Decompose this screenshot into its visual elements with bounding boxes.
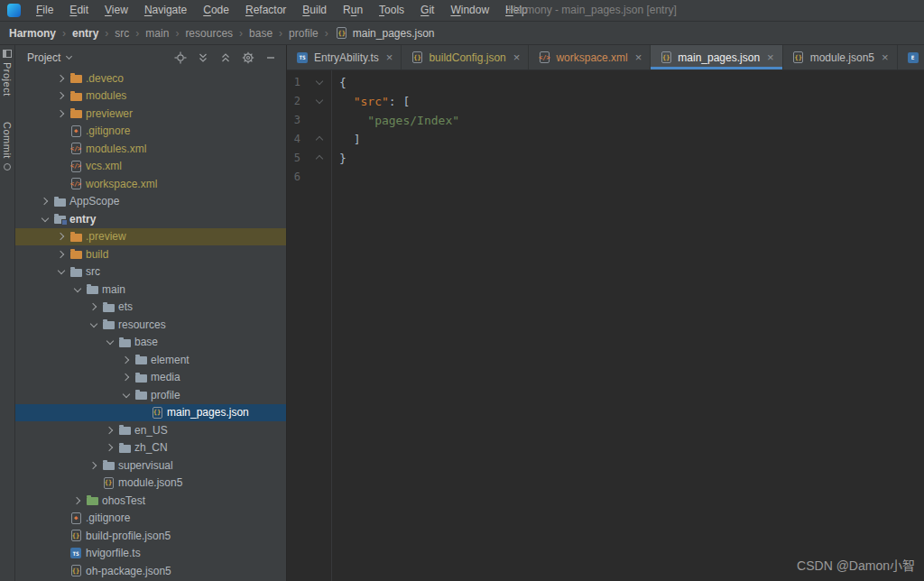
settings-gear-icon[interactable] <box>242 51 254 64</box>
chevron-right-icon[interactable] <box>87 304 101 309</box>
breadcrumb-item-resources[interactable]: resources <box>185 27 233 40</box>
tab-ind[interactable]: EInd <box>898 45 924 69</box>
chevron-down-icon[interactable] <box>87 323 101 327</box>
tree-item-main-pages-json[interactable]: {}main_pages.json <box>15 404 286 422</box>
tab-label: main_pages.json <box>678 51 760 64</box>
chevron-right-icon[interactable] <box>54 93 69 98</box>
chevron-right-icon[interactable] <box>119 357 134 363</box>
menu-item-navigate[interactable]: Navigate <box>136 0 195 21</box>
tab-workspace-xml[interactable]: </>workspace.xml× <box>529 45 651 69</box>
git-file-icon: ◆ <box>69 512 83 524</box>
chevron-right-icon[interactable] <box>70 498 85 503</box>
tab-close-icon[interactable]: × <box>635 51 642 63</box>
tab-close-icon[interactable]: × <box>513 51 521 63</box>
project-panel-title[interactable]: Project <box>27 51 60 64</box>
tree-item-element[interactable]: element <box>15 351 286 369</box>
line-number: 1 <box>287 73 331 92</box>
fold-down-icon[interactable] <box>316 97 323 104</box>
folder-orange-icon <box>69 249 83 259</box>
menu-item-tools[interactable]: Tools <box>371 0 412 21</box>
menu-item-run[interactable]: Run <box>335 0 371 21</box>
tree-item-workspace-xml[interactable]: </>workspace.xml <box>15 175 286 193</box>
tree-item-appscope[interactable]: AppScope <box>15 193 286 211</box>
menu-item-window[interactable]: Window <box>442 0 497 21</box>
chevron-right-icon[interactable] <box>103 445 117 450</box>
breadcrumb-item-profile[interactable]: profile <box>289 27 319 40</box>
fold-down-icon[interactable] <box>316 78 323 85</box>
tree-item-gitignore[interactable]: ◆.gitignore <box>15 123 286 141</box>
chevron-down-icon[interactable] <box>54 270 69 273</box>
tree-item-profile[interactable]: profile <box>15 386 286 404</box>
tree-item-module-json5[interactable]: {}module.json5 <box>15 475 286 493</box>
tree-item-modules-xml[interactable]: </>modules.xml <box>15 140 286 158</box>
chevron-right-icon[interactable] <box>87 463 101 468</box>
tool-button-commit[interactable]: Commit <box>2 122 13 171</box>
tab-close-icon[interactable]: × <box>767 51 774 63</box>
chevron-right-icon[interactable] <box>38 198 52 204</box>
chevron-down-icon[interactable] <box>70 288 85 291</box>
fold-up-icon[interactable] <box>316 136 323 143</box>
breadcrumb-file[interactable]: {}main_pages.json <box>335 27 435 40</box>
tree-item-supervisual[interactable]: supervisual <box>15 456 286 475</box>
tree-item-previewer[interactable]: previewer <box>15 105 286 123</box>
breadcrumb-item-entry[interactable]: entry <box>72 27 98 40</box>
menu-item-edit[interactable]: Edit <box>61 0 97 21</box>
chevron-right-icon[interactable] <box>54 252 69 257</box>
app-logo-icon[interactable] <box>7 4 21 17</box>
editor-area: TSEntryAbility.ts×{}buildConfig.json×</>… <box>287 45 924 581</box>
chevron-right-icon[interactable] <box>54 234 69 239</box>
tree-item-ets[interactable]: ets <box>15 299 286 317</box>
tree-item-build[interactable]: build <box>15 245 286 263</box>
menu-item-build[interactable]: Build <box>294 0 335 21</box>
tab-entryability-ts[interactable]: TSEntryAbility.ts× <box>287 45 402 69</box>
tree-item-ohostest[interactable]: ohosTest <box>15 492 286 510</box>
tab-module-json5[interactable]: {}module.json5× <box>783 45 898 69</box>
chevron-right-icon[interactable] <box>54 111 69 116</box>
menu-item-refactor[interactable]: Refactor <box>237 0 294 21</box>
tree-item-modules[interactable]: modules <box>15 88 286 106</box>
menu-item-git[interactable]: Git <box>412 0 442 21</box>
editor[interactable]: 123456 { "src": [ "pages/Index" ]} CSDN … <box>287 70 924 581</box>
menu-item-file[interactable]: File <box>28 0 61 21</box>
tree-item-deveco[interactable]: .deveco <box>15 69 286 88</box>
tab-close-icon[interactable]: × <box>386 51 393 63</box>
project-panel-header: Project <box>15 45 286 69</box>
breadcrumb-item-harmony[interactable]: Harmony <box>9 27 56 40</box>
tree-item-zh-cn[interactable]: zh_CN <box>15 439 286 457</box>
tab-close-icon[interactable]: × <box>882 51 889 63</box>
tree-item-gitignore[interactable]: ◆.gitignore <box>15 510 286 528</box>
tree-item-resources[interactable]: resources <box>15 316 286 334</box>
chevron-right-icon[interactable] <box>119 374 134 380</box>
tab-buildconfig-json[interactable]: {}buildConfig.json× <box>402 45 529 69</box>
chevron-right-icon[interactable] <box>103 428 117 433</box>
expand-all-icon[interactable] <box>197 51 209 64</box>
breadcrumb-item-base[interactable]: base <box>249 27 273 40</box>
breadcrumb-item-src[interactable]: src <box>115 27 129 40</box>
fold-up-icon[interactable] <box>316 155 323 162</box>
menu-item-view[interactable]: View <box>97 0 136 21</box>
tree-item-hvigorfile-ts[interactable]: TShvigorfile.ts <box>15 545 286 563</box>
chevron-down-icon[interactable] <box>38 217 52 221</box>
tree-item-src[interactable]: src <box>15 263 286 281</box>
editor-code[interactable]: { "src": [ "pages/Index" ]} <box>332 70 924 581</box>
breadcrumb-item-main[interactable]: main <box>145 27 169 40</box>
tool-button-project[interactable]: Project <box>2 50 13 97</box>
chevron-down-icon[interactable] <box>103 340 117 344</box>
tab-main-pages-json[interactable]: {}main_pages.json× <box>651 45 782 69</box>
tree-item-build-profile-json5[interactable]: {}build-profile.json5 <box>15 527 286 545</box>
tree-item-main[interactable]: main <box>15 281 286 299</box>
breadcrumb-separator: › <box>325 27 328 40</box>
tree-item-preview[interactable]: .preview <box>15 228 286 246</box>
tree-item-media[interactable]: media <box>15 369 286 387</box>
tree-item-base[interactable]: base <box>15 334 286 352</box>
tree-item-en-us[interactable]: en_US <box>15 421 286 439</box>
menu-item-code[interactable]: Code <box>195 0 237 21</box>
chevron-right-icon[interactable] <box>54 76 69 81</box>
tree-item-vcs-xml[interactable]: </>vcs.xml <box>15 158 286 176</box>
chevron-down-icon[interactable] <box>119 393 134 397</box>
tree-item-oh-package-json5[interactable]: {}oh-package.json5 <box>15 562 286 580</box>
collapse-all-icon[interactable] <box>219 51 232 64</box>
tree-item-entry[interactable]: entry <box>15 210 286 228</box>
hide-panel-icon[interactable] <box>264 51 277 64</box>
locate-icon[interactable] <box>174 51 187 64</box>
